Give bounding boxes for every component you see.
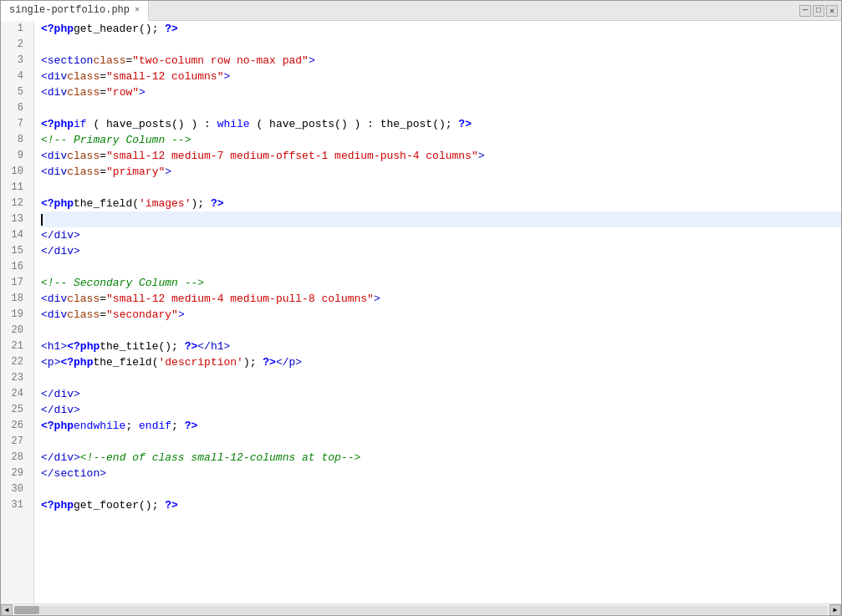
line-number: 23 xyxy=(8,370,27,386)
code-line xyxy=(41,323,841,339)
line-number: 14 xyxy=(8,227,27,243)
scroll-right-button[interactable]: ▶ xyxy=(829,604,841,616)
scroll-left-button[interactable]: ◀ xyxy=(1,604,13,616)
code-line: <p><?php the_field('description'); ?></p… xyxy=(41,354,841,370)
line-number: 16 xyxy=(8,259,27,275)
line-number: 25 xyxy=(8,402,27,418)
line-number: 27 xyxy=(8,434,27,450)
code-line: <section class="two-column row no-max pa… xyxy=(41,53,841,69)
maximize-button[interactable]: □ xyxy=(813,5,824,17)
code-lines[interactable]: <?php get_header(); ?> <section class="t… xyxy=(34,21,841,603)
code-line: <div class="row"> xyxy=(41,84,841,100)
code-line: </div> xyxy=(41,386,841,402)
code-line: <?php get_header(); ?> xyxy=(41,21,841,37)
line-number: 18 xyxy=(8,291,27,307)
scrollbar-thumb[interactable] xyxy=(14,606,39,614)
line-number: 24 xyxy=(8,386,27,402)
close-button[interactable]: ✕ xyxy=(826,5,838,17)
line-number: 31 xyxy=(8,497,27,513)
line-number: 28 xyxy=(8,450,27,466)
code-line: <?php if ( have_posts() ) : while ( have… xyxy=(41,116,841,132)
line-number: 9 xyxy=(8,148,27,164)
code-line xyxy=(41,259,841,275)
code-line: <div class="primary"> xyxy=(41,164,841,180)
code-line: <h1><?php the_title(); ?></h1> xyxy=(41,339,841,354)
code-line xyxy=(41,370,841,386)
code-line: </div><!--end of class small-12-columns … xyxy=(41,450,841,466)
line-number: 2 xyxy=(8,37,27,53)
code-line: <div class="small-12 columns"> xyxy=(41,69,841,84)
line-number: 26 xyxy=(8,418,27,434)
code-line xyxy=(41,481,841,497)
code-container[interactable]: 1234567891011121314151617181920212223242… xyxy=(1,21,841,603)
minimize-button[interactable]: ─ xyxy=(799,5,811,17)
horizontal-scrollbar[interactable]: ◀ ▶ xyxy=(1,603,841,615)
code-line: </div> xyxy=(41,243,841,259)
line-number: 10 xyxy=(8,164,27,180)
code-line: <div class="secondary"> xyxy=(41,307,841,323)
line-numbers: 1234567891011121314151617181920212223242… xyxy=(1,21,34,603)
line-number: 3 xyxy=(8,53,27,69)
line-number: 29 xyxy=(8,466,27,481)
code-line xyxy=(41,100,841,116)
code-line xyxy=(41,211,841,227)
code-line xyxy=(41,434,841,450)
code-line: </section> xyxy=(41,466,841,481)
code-line: </div> xyxy=(41,402,841,418)
tab-label: single-portfolio.php xyxy=(9,4,130,16)
code-line: <div class="small-12 medium-7 medium-off… xyxy=(41,148,841,164)
line-number: 5 xyxy=(8,84,27,100)
line-number: 4 xyxy=(8,69,27,84)
main-window: single-portfolio.php ✕ ─ □ ✕ 12345678910… xyxy=(0,0,842,616)
line-number: 22 xyxy=(8,354,27,370)
code-line: <!-- Secondary Column --> xyxy=(41,275,841,291)
line-number: 13 xyxy=(8,211,27,227)
line-number: 21 xyxy=(8,339,27,354)
code-line: <?php get_footer(); ?> xyxy=(41,497,841,513)
line-number: 20 xyxy=(8,323,27,339)
code-line: <?php the_field('images'); ?> xyxy=(41,196,841,211)
line-number: 19 xyxy=(8,307,27,323)
line-number: 1 xyxy=(8,21,27,37)
window-controls: ─ □ ✕ xyxy=(799,5,841,17)
line-number: 8 xyxy=(8,132,27,148)
line-number: 6 xyxy=(8,100,27,116)
editor-area: 1234567891011121314151617181920212223242… xyxy=(1,21,841,615)
code-line: <!-- Primary Column --> xyxy=(41,132,841,148)
line-number: 11 xyxy=(8,180,27,196)
code-line: <?php endwhile; endif; ?> xyxy=(41,418,841,434)
code-line xyxy=(41,180,841,196)
code-line: <div class="small-12 medium-4 medium-pul… xyxy=(41,291,841,307)
line-number: 30 xyxy=(8,481,27,497)
line-number: 12 xyxy=(8,196,27,211)
line-number: 17 xyxy=(8,275,27,291)
file-tab[interactable]: single-portfolio.php ✕ xyxy=(1,1,149,21)
code-line xyxy=(41,37,841,53)
code-line: </div> xyxy=(41,227,841,243)
tab-close-button[interactable]: ✕ xyxy=(135,6,140,14)
line-number: 7 xyxy=(8,116,27,132)
scrollbar-track[interactable] xyxy=(14,606,828,614)
line-number: 15 xyxy=(8,243,27,259)
title-bar: single-portfolio.php ✕ ─ □ ✕ xyxy=(1,1,841,21)
